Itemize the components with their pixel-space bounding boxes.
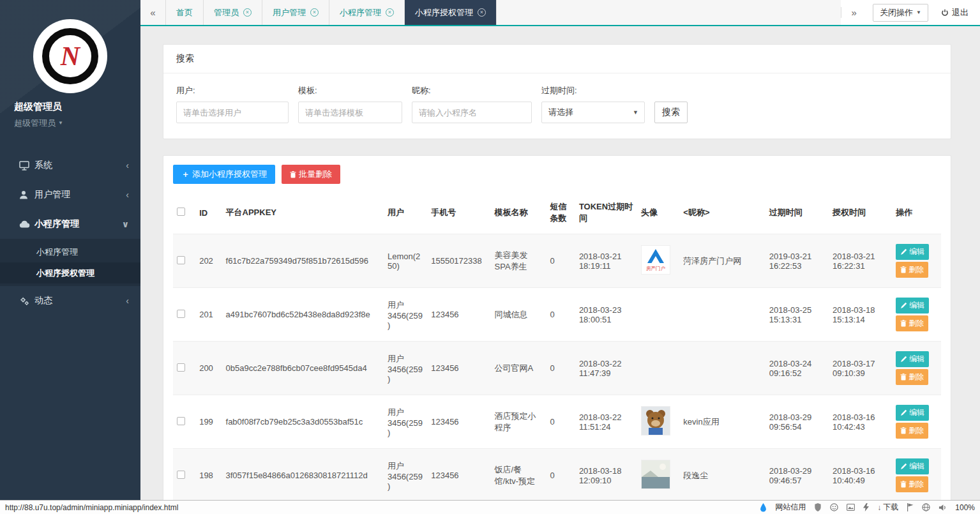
tab-label: 首页: [176, 7, 193, 19]
template-select-input[interactable]: [298, 102, 402, 123]
cell-template-name: 同城信息: [491, 288, 547, 342]
tab-close-icon[interactable]: ×: [243, 8, 252, 17]
edit-button[interactable]: 编辑: [896, 244, 929, 260]
zoom-level[interactable]: 100%: [955, 503, 975, 512]
tab-close-icon[interactable]: ×: [310, 8, 319, 17]
sidebar-subitem-小程序授权管理[interactable]: 小程序授权管理: [0, 262, 140, 283]
edit-button[interactable]: 编辑: [896, 458, 929, 474]
cell-auth-time: 2018-03-17 09:10:39: [829, 342, 892, 395]
caret-down-icon: ▼: [633, 109, 638, 116]
globe-icon[interactable]: [922, 503, 930, 511]
sidebar-item-label: 小程序管理: [34, 218, 79, 230]
tabbar-right-zone: » 关闭操作▼ 退出: [841, 0, 980, 25]
cell-sms-count: 0: [546, 288, 575, 342]
content-area: 搜索 用户: 模板: 昵称: 过期时间:: [140, 26, 980, 500]
delete-button[interactable]: 删除: [896, 423, 928, 439]
tabs-scroll-right-button[interactable]: »: [841, 7, 866, 18]
status-icons: 网站信用 ↓ 下载 100%: [760, 502, 975, 513]
pencil-icon: [900, 302, 907, 309]
tab-小程序管理[interactable]: 小程序管理×: [329, 0, 405, 25]
brand-logo-ring: N: [42, 28, 98, 84]
authorization-table-panel: ＋添加小程序授权管理 批量删除: [163, 155, 951, 500]
delete-button[interactable]: 删除: [896, 369, 928, 385]
search-form: 用户: 模板: 昵称: 过期时间: 请选择: [163, 73, 951, 139]
shield-icon[interactable]: [814, 503, 822, 511]
expire-time-select[interactable]: 请选择 ▼: [541, 102, 645, 123]
cell-appkey: 3f057f15e84866a0126830818721112d: [222, 449, 384, 501]
row-checkbox[interactable]: [177, 363, 185, 372]
cell-sms-count: 0: [546, 234, 575, 288]
pencil-icon: [900, 248, 907, 255]
row-checkbox[interactable]: [177, 310, 185, 318]
column-header: <昵称>: [679, 192, 765, 234]
brand-logo: N: [33, 19, 107, 93]
cell-auth-time: 2018-03-21 16:22:31: [829, 234, 892, 288]
water-drop-icon[interactable]: [760, 503, 767, 512]
cell-expire-time: 2018-03-29 09:56:54: [765, 395, 829, 449]
row-checkbox[interactable]: [177, 471, 185, 479]
row-checkbox[interactable]: [177, 256, 185, 264]
search-button[interactable]: 搜索: [654, 102, 688, 123]
trash-icon: [900, 374, 907, 381]
tab-管理员[interactable]: 管理员×: [204, 0, 262, 25]
table-row: 2000b5a9cc2e788fb6cb07cee8fd9545da4用户345…: [173, 342, 941, 395]
caret-down-icon: ▼: [916, 10, 921, 15]
nickname-field-label: 昵称:: [412, 85, 532, 96]
expire-time-field-label: 过期时间:: [541, 85, 645, 96]
row-checkbox[interactable]: [177, 417, 185, 425]
tab-close-icon[interactable]: ×: [386, 8, 394, 17]
edit-button[interactable]: 编辑: [896, 298, 929, 314]
sidebar-subitem-小程序管理[interactable]: 小程序管理: [0, 241, 140, 262]
table-toolbar: ＋添加小程序授权管理 批量删除: [173, 165, 941, 184]
cell-sms-count: 0: [546, 342, 575, 395]
edit-button[interactable]: 编辑: [896, 405, 929, 421]
add-authorization-button[interactable]: ＋添加小程序授权管理: [173, 165, 275, 184]
image-icon[interactable]: [847, 504, 855, 511]
cell-nickname: [679, 342, 765, 395]
tab-用户管理[interactable]: 用户管理×: [262, 0, 329, 25]
delete-button[interactable]: 删除: [896, 262, 928, 278]
site-credit-label[interactable]: 网站信用: [775, 502, 806, 513]
table-body: 202f61c7b22a759349d75f851b72615d596Lemon…: [173, 234, 941, 501]
close-operations-dropdown[interactable]: 关闭操作▼: [873, 4, 928, 22]
nickname-input[interactable]: [412, 102, 532, 123]
user-select-input[interactable]: [176, 102, 289, 123]
cell-expire-time: 2018-03-25 15:13:31: [765, 288, 829, 342]
avatar-landscape-photo: [641, 460, 670, 489]
cell-appkey: fab0f08f7cb79eb25c3a3d0553baf51c: [222, 395, 384, 449]
select-all-checkbox[interactable]: [177, 208, 185, 216]
chevron-left-icon: ‹: [126, 296, 129, 306]
cell-token-expire: 2018-03-23 18:00:51: [575, 288, 637, 342]
cell-id: 200: [195, 342, 222, 395]
column-header: 头像: [637, 192, 679, 234]
lightning-icon[interactable]: [863, 503, 869, 511]
sidebar-item-动态[interactable]: 动态‹: [0, 286, 140, 315]
cell-expire-time: 2018-03-29 09:46:57: [765, 449, 829, 501]
trash-icon: [900, 320, 907, 327]
batch-delete-button[interactable]: 批量删除: [282, 165, 340, 184]
download-button[interactable]: ↓ 下载: [877, 502, 898, 513]
table-row: 201a491bc7607bd6c52b438e8da8d923f8e用户345…: [173, 288, 941, 342]
tab-小程序授权管理[interactable]: 小程序授权管理×: [405, 0, 497, 25]
tabs-scroll-left-button[interactable]: «: [140, 0, 166, 25]
admin-role-dropdown[interactable]: 超级管理员▼: [14, 117, 140, 129]
sidebar-item-系统[interactable]: 系统‹: [0, 151, 140, 180]
pencil-icon: [900, 463, 907, 470]
open-tabs: 首页管理员×用户管理×小程序管理×小程序授权管理×: [166, 0, 841, 25]
table-row: 199fab0f08f7cb79eb25c3a3d0553baf51c用户345…: [173, 395, 941, 449]
delete-button[interactable]: 删除: [896, 315, 928, 331]
smiley-icon[interactable]: [830, 503, 838, 511]
cell-token-expire: 2018-03-22 11:51:24: [575, 395, 637, 449]
tab-close-icon[interactable]: ×: [478, 8, 486, 17]
column-header: 短信条数: [546, 192, 575, 234]
logout-button[interactable]: 退出: [936, 7, 974, 19]
delete-button[interactable]: 删除: [896, 476, 928, 492]
edit-button[interactable]: 编辑: [896, 351, 929, 367]
flag-icon[interactable]: [907, 503, 914, 511]
cell-user: Lemon(250): [384, 234, 427, 288]
cell-user: 用户3456(259): [384, 342, 427, 395]
sidebar-item-用户管理[interactable]: 用户管理‹: [0, 180, 140, 209]
tab-首页[interactable]: 首页: [166, 0, 204, 25]
sidebar-item-小程序管理[interactable]: 小程序管理∨: [0, 209, 140, 239]
speaker-icon[interactable]: [939, 504, 947, 511]
